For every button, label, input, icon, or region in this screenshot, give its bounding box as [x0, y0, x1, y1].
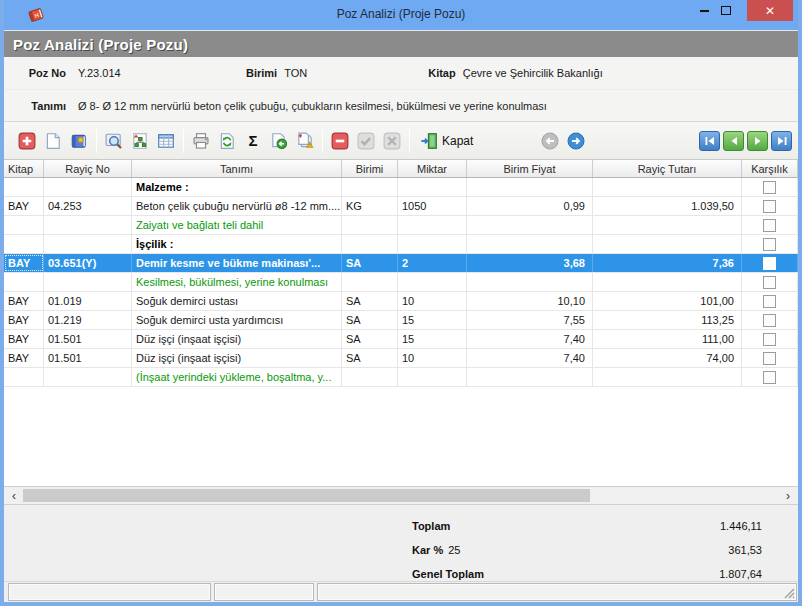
minimize-button[interactable] — [693, 0, 715, 21]
titlebar: H Poz Analizi (Proje Pozu) ✕ — [4, 0, 798, 30]
column-header-rayic_no[interactable]: Rayiç No — [44, 160, 132, 177]
table-row[interactable]: İşçilik : — [4, 235, 798, 254]
hierarchy-button[interactable] — [127, 128, 153, 154]
preview-button[interactable] — [101, 128, 127, 154]
cell-kitap: BAY — [4, 197, 44, 215]
cell-birim_fiyat — [467, 368, 593, 386]
karsilik-checkbox[interactable] — [763, 257, 776, 270]
book-icon — [70, 132, 88, 150]
column-header-kitap[interactable]: Kitap — [4, 160, 44, 177]
karsilik-checkbox[interactable] — [763, 200, 776, 213]
grid-view-button[interactable] — [153, 128, 179, 154]
cell-miktar — [398, 368, 467, 386]
refresh-button[interactable] — [214, 128, 240, 154]
karsilik-checkbox[interactable] — [763, 295, 776, 308]
tanimi-value: Ø 8- Ø 12 mm nervürlü beton çelik çubuğu… — [78, 100, 547, 112]
table-row[interactable]: BAY04.253Beton çelik çubuğu nervürlü ø8 … — [4, 197, 798, 216]
convert-button[interactable]: ! — [292, 128, 318, 154]
cell-birimi: SA — [342, 330, 398, 348]
toplam-label: Toplam — [412, 520, 450, 532]
poz-no-label: Poz No — [16, 67, 66, 79]
print-button[interactable] — [188, 128, 214, 154]
cell-tanimi: Soğuk demirci ustası — [132, 292, 342, 310]
close-button[interactable]: ✕ — [747, 0, 793, 21]
table-row[interactable]: Malzeme : — [4, 178, 798, 197]
previous-record-button[interactable] — [723, 131, 744, 151]
karsilik-checkbox[interactable] — [763, 219, 776, 232]
sum-icon: Σ — [248, 132, 257, 149]
genel-toplam-value: 1.807,64 — [484, 568, 798, 580]
first-record-button[interactable] — [699, 131, 720, 151]
grid-icon — [157, 132, 175, 150]
resize-grip-icon[interactable] — [783, 587, 795, 599]
cell-karsilik — [742, 292, 798, 310]
cell-rayic_tutari — [593, 235, 742, 253]
karsilik-checkbox[interactable] — [763, 181, 776, 194]
scrollbar-thumb[interactable] — [23, 489, 590, 502]
app-book-icon: H — [26, 5, 46, 25]
cell-miktar: 1050 — [398, 197, 467, 215]
table-row[interactable]: Zaiyatı ve bağlatı teli dahil — [4, 216, 798, 235]
cell-rayic_no — [44, 273, 132, 291]
book-button[interactable] — [66, 128, 92, 154]
karsilik-checkbox[interactable] — [763, 352, 776, 365]
print-icon — [192, 132, 210, 150]
table-row[interactable]: BAY03.651(Y)Demir kesme ve bükme makinas… — [4, 254, 798, 273]
cell-tanimi: (İnşaat yerindeki yükleme, boşaltma, y..… — [132, 368, 342, 386]
totals-panel: Toplam 1.446,11 Kar %25 361,53 Genel Top… — [4, 505, 798, 581]
cell-rayic_no: 01.219 — [44, 311, 132, 329]
poz-no-value: Y.23.014 — [78, 67, 246, 79]
status-panel-3 — [317, 583, 797, 601]
kapat-button[interactable]: Kapat — [414, 128, 479, 154]
cell-karsilik — [742, 254, 798, 272]
column-header-tanimi[interactable]: Tanımı — [132, 160, 342, 177]
cell-birimi: SA — [342, 311, 398, 329]
table-row[interactable]: BAY01.501Düz işçi (inşaat işçisi)SA107,4… — [4, 349, 798, 368]
scroll-left-arrow[interactable]: ‹ — [7, 488, 21, 503]
cross-icon — [383, 132, 401, 150]
column-header-birim_fiyat[interactable]: Birim Fiyat — [467, 160, 593, 177]
cell-karsilik — [742, 216, 798, 234]
karsilik-checkbox[interactable] — [763, 333, 776, 346]
horizontal-scrollbar[interactable]: ‹ › — [4, 486, 798, 505]
cell-birimi — [342, 235, 398, 253]
convert-icon: ! — [296, 132, 314, 150]
delete-button[interactable] — [327, 128, 353, 154]
kar-percent-value: 25 — [448, 544, 460, 556]
maximize-button[interactable] — [715, 0, 737, 21]
column-header-birimi[interactable]: Birimi — [342, 160, 398, 177]
export-button[interactable] — [266, 128, 292, 154]
cell-birimi — [342, 178, 398, 196]
karsilik-checkbox[interactable] — [763, 276, 776, 289]
table-row[interactable]: Kesilmesi, bükülmesi, yerine konulması — [4, 273, 798, 292]
cell-karsilik — [742, 197, 798, 215]
table-row[interactable]: BAY01.019Soğuk demirci ustasıSA1010,1010… — [4, 292, 798, 311]
karsilik-checkbox[interactable] — [763, 238, 776, 251]
scroll-right-arrow[interactable]: › — [781, 488, 795, 503]
table-row[interactable]: BAY01.501Düz işçi (inşaat işçisi)SA157,4… — [4, 330, 798, 349]
cell-birimi — [342, 368, 398, 386]
column-header-rayic_tutari[interactable]: Rayiç Tutarı — [593, 160, 742, 177]
column-header-miktar[interactable]: Miktar — [398, 160, 467, 177]
forward-button[interactable] — [563, 128, 589, 154]
cell-rayic_no — [44, 235, 132, 253]
karsilik-checkbox[interactable] — [763, 371, 776, 384]
tanimi-label: Tanımı — [16, 100, 66, 112]
karsilik-checkbox[interactable] — [763, 314, 776, 327]
info-panel: Poz No Y.23.014 Birimi TON Kitap Çevre v… — [4, 57, 798, 122]
cell-rayic_tutari — [593, 178, 742, 196]
table-row[interactable]: (İnşaat yerindeki yükleme, boşaltma, y..… — [4, 368, 798, 387]
refresh-icon — [218, 132, 236, 150]
add-button[interactable] — [14, 128, 40, 154]
birimi-label: Birimi — [246, 67, 277, 79]
table-row[interactable]: BAY01.219Soğuk demirci usta yardımcısıSA… — [4, 311, 798, 330]
cell-miktar: 2 — [398, 254, 467, 272]
kitap-value: Çevre ve Şehircilik Bakanlığı — [463, 67, 603, 79]
column-header-karsilik[interactable]: Karşılık — [742, 160, 798, 177]
cell-karsilik — [742, 330, 798, 348]
new-record-button[interactable] — [40, 128, 66, 154]
last-record-button[interactable] — [771, 131, 792, 151]
sum-button[interactable]: Σ — [240, 128, 266, 154]
grid-body: Malzeme :BAY04.253Beton çelik çubuğu ner… — [4, 178, 798, 387]
next-record-button[interactable] — [747, 131, 768, 151]
